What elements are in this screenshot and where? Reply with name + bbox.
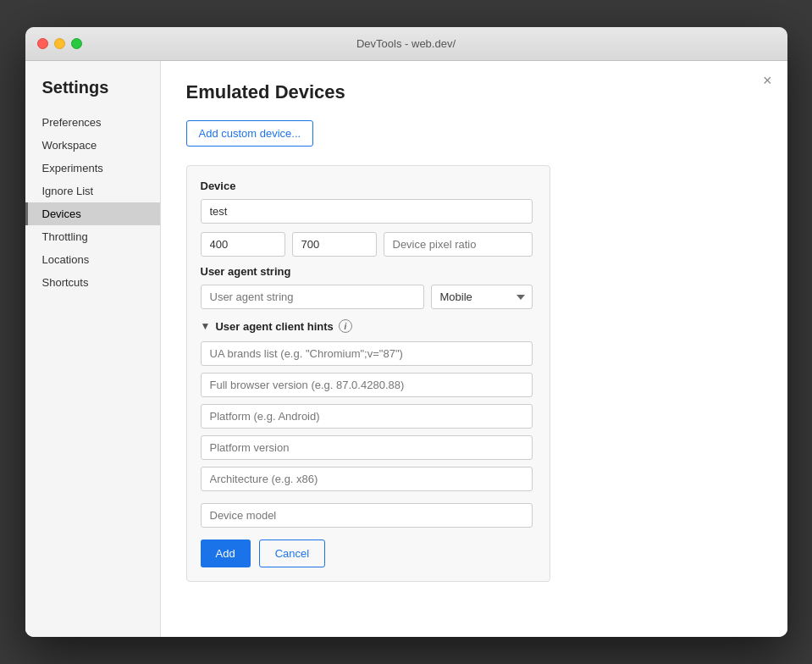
device-name-input[interactable] bbox=[201, 199, 533, 224]
add-custom-device-button[interactable]: Add custom device... bbox=[186, 120, 314, 147]
ua-string-input[interactable] bbox=[201, 285, 424, 309]
sidebar: Settings Preferences Workspace Experimen… bbox=[25, 61, 161, 637]
architecture-input[interactable] bbox=[201, 467, 533, 491]
full-version-input[interactable] bbox=[201, 373, 533, 397]
sidebar-item-locations[interactable]: Locations bbox=[25, 248, 160, 271]
sidebar-item-devices[interactable]: Devices bbox=[25, 202, 160, 225]
maximize-traffic-light[interactable] bbox=[71, 38, 82, 49]
hints-fields bbox=[201, 341, 533, 491]
device-form: Device User agent string Mobile bbox=[186, 165, 550, 582]
hints-toggle-icon: ▼ bbox=[201, 320, 211, 332]
ua-section-label: User agent string bbox=[201, 265, 533, 278]
sidebar-heading: Settings bbox=[25, 78, 160, 111]
cancel-button[interactable]: Cancel bbox=[259, 540, 325, 567]
minimize-traffic-light[interactable] bbox=[54, 38, 65, 49]
sidebar-item-throttling[interactable]: Throttling bbox=[25, 225, 160, 248]
traffic-lights bbox=[37, 38, 82, 49]
height-input[interactable] bbox=[292, 232, 377, 257]
ua-type-select[interactable]: Mobile Desktop Tablet bbox=[431, 285, 533, 309]
close-traffic-light[interactable] bbox=[37, 38, 48, 49]
sidebar-item-experiments[interactable]: Experiments bbox=[25, 157, 160, 180]
hints-info-icon[interactable]: i bbox=[339, 319, 352, 333]
window: DevTools - web.dev/ Settings Preferences… bbox=[25, 27, 787, 637]
sidebar-item-workspace[interactable]: Workspace bbox=[25, 134, 160, 157]
window-body: Settings Preferences Workspace Experimen… bbox=[25, 61, 787, 637]
sidebar-item-shortcuts[interactable]: Shortcuts bbox=[25, 271, 160, 294]
ua-brands-input[interactable] bbox=[201, 341, 533, 366]
device-model-input[interactable] bbox=[201, 503, 533, 528]
page-title: Emulated Devices bbox=[186, 81, 762, 103]
hints-header[interactable]: ▼ User agent client hints i bbox=[201, 319, 533, 333]
hints-section-label: User agent client hints bbox=[215, 320, 333, 333]
ua-section: User agent string Mobile Desktop Tablet bbox=[201, 265, 533, 309]
add-button[interactable]: Add bbox=[201, 540, 251, 567]
titlebar: DevTools - web.dev/ bbox=[25, 27, 787, 61]
sidebar-item-preferences[interactable]: Preferences bbox=[25, 111, 160, 134]
form-actions: Add Cancel bbox=[201, 540, 533, 567]
dpr-input[interactable] bbox=[384, 232, 533, 257]
device-section-label: Device bbox=[201, 180, 533, 192]
platform-input[interactable] bbox=[201, 404, 533, 429]
ua-row: Mobile Desktop Tablet bbox=[201, 285, 533, 309]
dimensions-row bbox=[201, 232, 533, 257]
sidebar-item-ignore-list[interactable]: Ignore List bbox=[25, 180, 160, 202]
main-content: × Emulated Devices Add custom device... … bbox=[161, 61, 787, 637]
close-button[interactable]: × bbox=[763, 73, 772, 88]
width-input[interactable] bbox=[201, 232, 285, 257]
titlebar-title: DevTools - web.dev/ bbox=[356, 37, 456, 50]
platform-version-input[interactable] bbox=[201, 435, 533, 460]
device-form-scroll: Device User agent string Mobile bbox=[201, 180, 536, 567]
